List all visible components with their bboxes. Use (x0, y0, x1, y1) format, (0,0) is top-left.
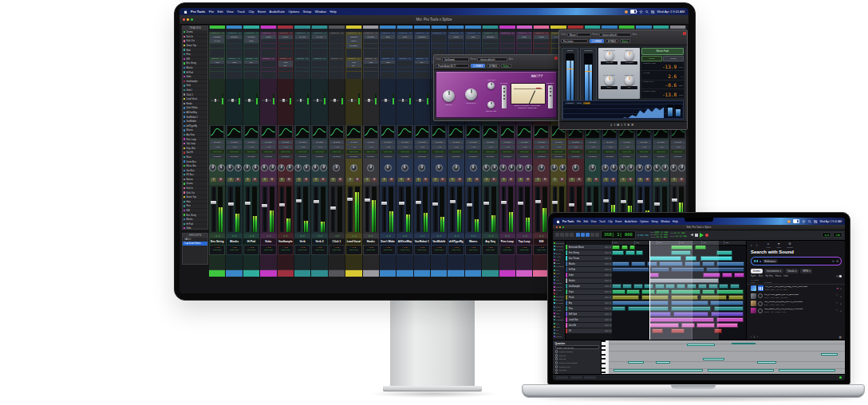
insert-slot[interactable]: Comp (448, 35, 463, 39)
solo-button[interactable]: S (313, 178, 319, 182)
input-path-selector[interactable]: no input (278, 140, 293, 144)
insert-slot[interactable]: ChnStrip (346, 35, 361, 39)
window-traffic-lights[interactable] (556, 226, 564, 228)
edit-selection[interactable] (649, 241, 692, 340)
send-slot[interactable] (364, 75, 378, 78)
menu-edit[interactable]: Edit (584, 220, 589, 223)
insert-slot[interactable]: ChnStrip (415, 35, 429, 39)
insert-slot[interactable]: EQ3 (397, 35, 412, 39)
reference-chip[interactable]: Reference (763, 259, 778, 263)
output-knob[interactable] (465, 88, 477, 100)
insert-slot[interactable] (329, 44, 344, 48)
filter-chip-bpm[interactable]: BPM▾ (800, 269, 812, 273)
menu-event[interactable]: Event (258, 10, 266, 14)
pan-knob[interactable] (312, 164, 319, 171)
insert-slot[interactable] (415, 39, 429, 43)
mute-button[interactable]: M (354, 178, 361, 182)
mute-button[interactable] (610, 269, 611, 270)
input-path-selector[interactable]: no input (364, 140, 378, 144)
solo-button[interactable]: S (296, 178, 302, 182)
menu-help[interactable]: Help (329, 10, 336, 14)
apple-logo-icon[interactable] (183, 10, 187, 14)
menu-window[interactable]: Window (661, 220, 669, 223)
zoom-icon[interactable] (562, 226, 564, 228)
send-slot[interactable] (312, 61, 326, 64)
stop-icon[interactable] (695, 234, 698, 237)
close-icon[interactable] (183, 18, 185, 21)
mute-button[interactable]: M (269, 178, 275, 182)
fader-cap[interactable] (518, 202, 523, 205)
volume-fader[interactable] (262, 187, 267, 232)
pan-knob[interactable] (661, 164, 669, 171)
group-assignment[interactable]: no group (619, 155, 633, 159)
send-slot[interactable] (346, 72, 361, 75)
automation-mode-selector[interactable]: auto read (551, 150, 566, 154)
ratio-buttons[interactable] (502, 85, 507, 108)
volume-fader[interactable] (535, 187, 540, 232)
play-icon[interactable] (758, 309, 763, 313)
audio-clip[interactable] (612, 250, 624, 255)
send-slot[interactable] (312, 75, 326, 78)
midi-note[interactable] (732, 343, 756, 345)
refresh-icon[interactable]: ↻ (832, 260, 834, 263)
fader-cap[interactable] (621, 200, 626, 203)
close-icon[interactable] (556, 226, 558, 228)
output-path-selector[interactable]: A 1-2 (637, 145, 651, 149)
tool-buttons[interactable] (555, 233, 574, 237)
pan-knob[interactable] (483, 164, 490, 171)
insert-slot[interactable] (278, 49, 293, 53)
insert-slot[interactable] (227, 44, 241, 48)
send-slot[interactable]: Dly (278, 64, 293, 67)
insert-slot[interactable] (244, 49, 258, 53)
mute-button[interactable]: M (235, 178, 241, 182)
insert-slot[interactable] (227, 53, 241, 57)
insert-slot[interactable]: Comp (261, 35, 275, 39)
pan-knob[interactable] (261, 164, 268, 171)
page-prev-icon[interactable]: ‹ (751, 336, 752, 339)
solo-button[interactable]: S (330, 178, 337, 182)
edit-selection-secondary[interactable] (692, 241, 719, 340)
mute-button[interactable]: M (389, 178, 395, 182)
pan-knob[interactable] (350, 164, 357, 171)
solo-button[interactable]: S (603, 178, 610, 182)
insert-slot[interactable] (381, 49, 395, 53)
send-slot[interactable]: Verb (364, 61, 378, 64)
fader-cap[interactable] (314, 200, 319, 203)
insert-slot[interactable] (500, 49, 515, 53)
audio-clip[interactable] (612, 295, 639, 300)
menu-pro-tools[interactable]: Pro Tools (191, 10, 205, 14)
pan-knob[interactable] (286, 164, 294, 171)
fader-cap[interactable] (586, 202, 592, 206)
track-selector[interactable]: Master 1 (567, 33, 591, 37)
output-path-selector[interactable]: A 1-2 (500, 145, 515, 149)
menu-clip[interactable]: Clip (608, 220, 613, 223)
plugin-selector[interactable]: Purple Audio MC77 (436, 64, 469, 68)
transport-controls[interactable] (690, 233, 708, 238)
knob-release[interactable] (625, 76, 634, 85)
audio-clip[interactable] (722, 273, 732, 277)
mute-button[interactable]: M (456, 178, 463, 182)
pan-knob[interactable] (452, 164, 460, 171)
send-level-fader[interactable] (279, 100, 288, 101)
insert-slot[interactable] (312, 44, 326, 48)
output-path-selector[interactable]: A 1-2 (602, 145, 617, 149)
quantize-option[interactable]: Note On (555, 354, 599, 357)
mute-button[interactable] (610, 263, 611, 265)
group-assignment[interactable]: no group (432, 155, 446, 159)
mute-button[interactable]: M (594, 178, 600, 182)
zoom-buttons[interactable] (576, 233, 599, 237)
insert-slot[interactable] (261, 53, 275, 57)
input-path-selector[interactable]: no input (653, 140, 668, 144)
splice-nav-settings[interactable]: ⚙Settings (787, 242, 792, 247)
send-slot[interactable] (295, 72, 310, 75)
volume-fader[interactable] (314, 187, 318, 232)
input-path-selector[interactable]: no input (483, 140, 497, 144)
menu-edit[interactable]: Edit (218, 10, 223, 14)
send-level-fader[interactable] (398, 100, 407, 101)
release-knob[interactable] (487, 101, 495, 108)
main-counter[interactable]: 368| 1| 000 (601, 230, 636, 239)
fader-cap[interactable] (569, 203, 574, 206)
send-slot[interactable] (329, 64, 344, 67)
input-path-selector[interactable]: no input (637, 140, 651, 144)
back-icon[interactable]: ‹ (751, 243, 752, 247)
